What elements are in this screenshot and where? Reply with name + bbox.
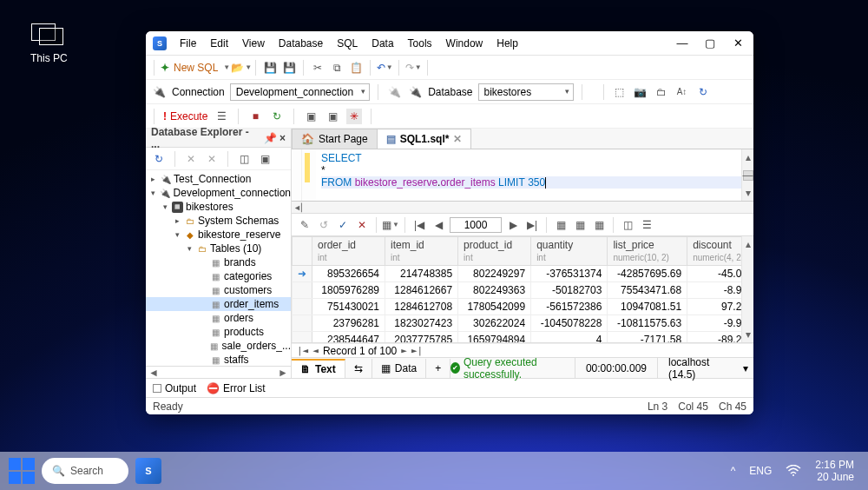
exec-tool-2[interactable]: ▣ bbox=[325, 109, 340, 124]
rec-last[interactable]: ►| bbox=[411, 345, 423, 356]
grid-view-icon-3[interactable]: ▦ bbox=[591, 217, 607, 233]
col-item-id[interactable]: item_idint bbox=[385, 237, 458, 266]
menu-sql[interactable]: SQL bbox=[331, 34, 364, 53]
tool-icon-3[interactable]: 🗀 bbox=[654, 84, 669, 100]
editor-vscroll[interactable]: ▴—▾ bbox=[741, 149, 753, 201]
error-list-tab[interactable]: ⛔Error List bbox=[207, 382, 266, 394]
save-all-button[interactable]: 💾 bbox=[281, 60, 297, 76]
nav-last-icon[interactable]: ▶| bbox=[524, 217, 540, 233]
exec-tool-3[interactable]: ✳ bbox=[346, 109, 362, 124]
tree-tool-4[interactable]: ▣ bbox=[257, 151, 273, 167]
window-close-button[interactable]: ✕ bbox=[724, 31, 752, 56]
result-tab-data[interactable]: ▦Data bbox=[372, 359, 426, 378]
tree-tool-1[interactable]: ✕ bbox=[183, 151, 199, 167]
menu-view[interactable]: View bbox=[236, 34, 271, 53]
nav-next-icon[interactable]: ▶ bbox=[505, 217, 521, 233]
result-grid[interactable]: order_idint item_idint product_idint qua… bbox=[292, 236, 753, 343]
grid-view-icon-4[interactable]: ◫ bbox=[620, 217, 635, 233]
grid-view-icon-5[interactable]: ☰ bbox=[639, 217, 654, 233]
output-tab[interactable]: Output bbox=[153, 382, 196, 394]
desktop-this-pc[interactable]: This PC bbox=[30, 21, 68, 64]
col-order-id[interactable]: order_idint bbox=[312, 237, 385, 266]
table-row[interactable]: 238544647203777578516597948944-7171.58-8… bbox=[293, 332, 753, 344]
exec-option-icon[interactable]: ☰ bbox=[214, 109, 229, 124]
tree-node-system-schemas[interactable]: ▸🗀System Schemas bbox=[146, 214, 291, 228]
grid-view-icon-1[interactable]: ▦ bbox=[553, 217, 569, 233]
database-select[interactable]: bikestores bbox=[478, 83, 574, 101]
menu-edit[interactable]: Edit bbox=[204, 34, 234, 53]
tree-node-test-connection[interactable]: ▸🔌Test_Connection bbox=[146, 172, 291, 186]
redo-button[interactable]: ↷▼ bbox=[405, 60, 421, 76]
menu-tools[interactable]: Tools bbox=[402, 34, 438, 53]
col-quantity[interactable]: quantityint bbox=[531, 237, 608, 266]
tray-lang[interactable]: ENG bbox=[749, 465, 772, 477]
tree-node-bikestores[interactable]: ▾▦bikestores bbox=[146, 200, 291, 214]
refresh-exec-button[interactable]: ↻ bbox=[269, 109, 285, 124]
tree-tool-3[interactable]: ◫ bbox=[236, 151, 252, 167]
save-button[interactable]: 💾 bbox=[262, 60, 278, 76]
editor-hscroll[interactable]: ◄▏ bbox=[292, 202, 753, 214]
result-tab-swap[interactable]: ⇆ bbox=[345, 359, 372, 378]
menu-help[interactable]: Help bbox=[490, 34, 524, 53]
paste-button[interactable]: 📋 bbox=[348, 60, 364, 76]
tree-table-categories[interactable]: ▸▦categories bbox=[146, 269, 291, 283]
menu-data[interactable]: Data bbox=[365, 34, 399, 53]
sql-editor[interactable]: SELECT * FROM bikestore_reserve.order_it… bbox=[292, 149, 753, 202]
menu-window[interactable]: Window bbox=[440, 34, 490, 53]
tree-table-staffs[interactable]: ▸▦staffs bbox=[146, 353, 291, 366]
result-collapse-icon[interactable]: ▾ bbox=[738, 362, 753, 374]
new-sql-button[interactable]: ✦ New SQL▼ bbox=[161, 62, 230, 74]
disconnect-icon[interactable]: 🔌 bbox=[386, 84, 402, 100]
result-tab-text[interactable]: 🗎Text bbox=[292, 359, 345, 378]
refresh-tree-button[interactable]: ↻ bbox=[151, 151, 167, 167]
connection-select[interactable]: Development_connection bbox=[230, 83, 370, 101]
refresh-button[interactable]: ↻ bbox=[695, 84, 711, 100]
tree-table-sale-orders[interactable]: ▸▦sale_orders_... bbox=[146, 339, 291, 353]
undo-button[interactable]: ↶▼ bbox=[377, 60, 392, 76]
taskbar-search[interactable]: 🔍Search bbox=[42, 458, 128, 484]
stop-button[interactable]: ■ bbox=[247, 109, 263, 124]
menu-file[interactable]: File bbox=[174, 34, 202, 53]
start-button[interactable] bbox=[9, 458, 35, 484]
table-row[interactable]: ➜895326654214748385802249297-376531374-4… bbox=[293, 266, 753, 282]
tree-table-products[interactable]: ▸▦products bbox=[146, 325, 291, 339]
execute-button[interactable]: Execute bbox=[163, 110, 207, 122]
db-icon[interactable]: 🔌 bbox=[407, 84, 423, 100]
connect-icon[interactable]: 🔌 bbox=[151, 84, 167, 100]
tray-clock[interactable]: 2:16 PM 20 June bbox=[815, 459, 854, 484]
nav-prev-icon[interactable]: ◀ bbox=[431, 217, 446, 233]
tree-hscroll[interactable]: ◄► bbox=[146, 366, 291, 378]
window-maximize-button[interactable]: ▢ bbox=[696, 31, 724, 56]
tree-table-brands[interactable]: ▸▦brands bbox=[146, 255, 291, 269]
grid-vscroll[interactable]: ▴▾ bbox=[741, 236, 753, 342]
table-row[interactable]: 18059762891284612667802249363-5018270375… bbox=[293, 282, 753, 299]
tree-node-bikestore-reserve[interactable]: ▾◆bikestore_reserve bbox=[146, 228, 291, 242]
tree-table-orders[interactable]: ▸▦orders bbox=[146, 311, 291, 325]
rec-prev[interactable]: ◄ bbox=[312, 345, 319, 356]
grid-layout-icon[interactable]: ▦▼ bbox=[383, 217, 398, 233]
rec-first[interactable]: |◄ bbox=[297, 345, 308, 356]
col-product-id[interactable]: product_idint bbox=[458, 237, 531, 266]
open-recent-button[interactable]: 📂▼ bbox=[233, 60, 249, 76]
grid-edit-icon[interactable]: ✎ bbox=[297, 217, 312, 233]
tab-sql1[interactable]: ▤SQL1.sql*✕ bbox=[377, 129, 472, 149]
grid-view-icon-2[interactable]: ▦ bbox=[572, 217, 588, 233]
tab-start-page[interactable]: 🏠Start Page bbox=[292, 129, 378, 149]
tray-chevron-icon[interactable]: ^ bbox=[731, 465, 736, 477]
db-tree[interactable]: ▸🔌Test_Connection ▾🔌Development_connecti… bbox=[146, 170, 291, 366]
grid-apply-icon[interactable]: ✓ bbox=[335, 217, 351, 233]
tab-close-icon[interactable]: ✕ bbox=[453, 133, 462, 145]
table-row[interactable]: 75143002112846127081780542099-5615723861… bbox=[293, 299, 753, 315]
col-list-price[interactable]: list_pricenumeric(10, 2) bbox=[608, 237, 687, 266]
tree-node-dev-connection[interactable]: ▾🔌Development_connection bbox=[146, 186, 291, 200]
exec-tool-1[interactable]: ▣ bbox=[303, 109, 319, 124]
panel-close-icon[interactable]: × bbox=[279, 132, 286, 144]
tree-tool-2[interactable]: ✕ bbox=[204, 151, 220, 167]
nav-first-icon[interactable]: |◀ bbox=[411, 217, 427, 233]
tool-icon-4[interactable]: A↕ bbox=[674, 84, 690, 100]
grid-cancel-icon[interactable]: ✕ bbox=[354, 217, 370, 233]
pin-icon[interactable]: 📌 bbox=[264, 132, 276, 144]
table-row[interactable]: 237962811823027423302622024-1045078228-1… bbox=[293, 315, 753, 332]
tree-table-customers[interactable]: ▸▦customers bbox=[146, 283, 291, 297]
tray-wifi-icon[interactable] bbox=[786, 465, 801, 477]
